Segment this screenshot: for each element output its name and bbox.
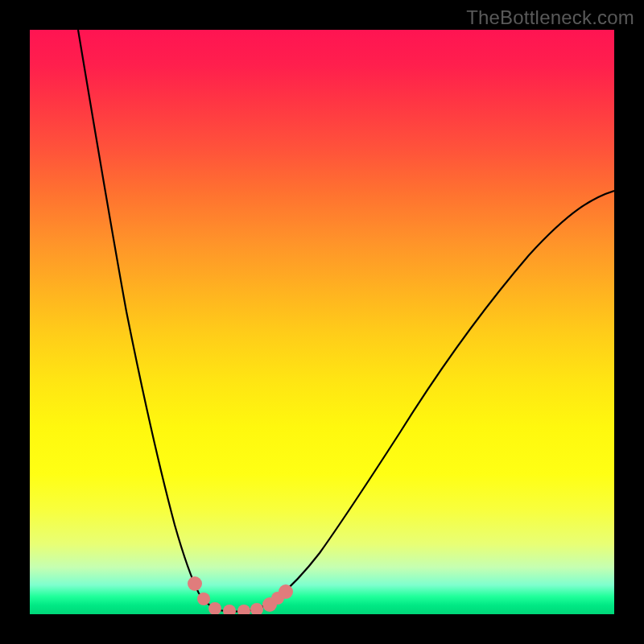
marker-group	[188, 576, 293, 614]
marker-point	[188, 576, 202, 591]
plot-area	[30, 30, 614, 614]
marker-point	[223, 605, 236, 614]
chart-frame: TheBottleneck.com	[0, 0, 644, 644]
watermark-text: TheBottleneck.com	[466, 6, 634, 29]
curve-svg	[30, 30, 614, 614]
marker-point	[250, 603, 263, 614]
bottleneck-curve	[78, 30, 614, 612]
marker-point	[279, 584, 293, 599]
marker-point	[237, 605, 250, 614]
marker-point	[208, 602, 221, 614]
marker-point	[197, 592, 210, 605]
